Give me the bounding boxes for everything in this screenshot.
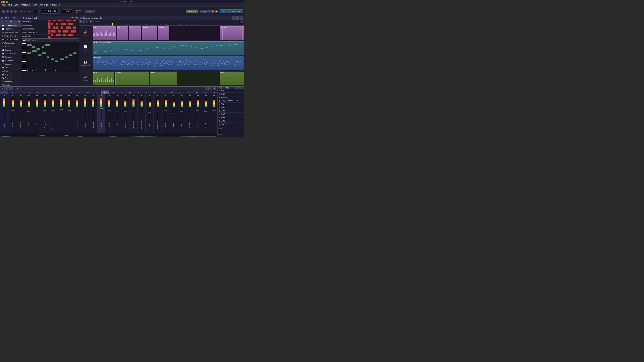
mixer-channel-Undersound[interactable]: Undersound <box>154 94 162 133</box>
tool-4[interactable]: 🎨 <box>211 10 214 13</box>
mixer-maximize-btn[interactable]: □ <box>209 87 212 90</box>
rewind-btn[interactable]: ⏮ <box>2 10 5 13</box>
brass-clip-2[interactable]: Brass #2 <box>116 71 149 85</box>
viola-clip-5[interactable]: Viola #3 <box>158 26 170 40</box>
mixer-num-5[interactable]: 5 <box>42 90 50 94</box>
step-cell[interactable] <box>66 30 68 32</box>
step-cell[interactable] <box>48 30 50 32</box>
mixer-num-0[interactable]: M <box>0 90 8 94</box>
mixer-channel-Totoro[interactable]: Totoro <box>162 94 170 133</box>
step-cell[interactable] <box>68 20 70 21</box>
mixer-num-6[interactable]: 6 <box>50 90 58 94</box>
sidebar-item-rendered[interactable]: 🎞 Rendered <box>0 83 22 86</box>
fx-led-8[interactable] <box>219 117 220 118</box>
step-cell[interactable] <box>71 20 73 21</box>
mixer-ch-led[interactable] <box>181 95 182 96</box>
step-cell[interactable] <box>63 23 66 25</box>
playlist-tracks-area[interactable]: 🎻 Viola Viola <box>79 26 244 86</box>
fx-slot-9[interactable]: Slot 9 <box>218 119 244 123</box>
fx-max-btn[interactable]: □ <box>238 87 240 89</box>
channel-led[interactable] <box>22 28 24 30</box>
channel-led[interactable] <box>22 21 24 22</box>
mixer-num-25[interactable]: 25 <box>210 90 217 94</box>
mixer-ch-led[interactable] <box>20 95 22 96</box>
step-cell[interactable] <box>58 23 60 25</box>
step-cell[interactable] <box>71 26 73 29</box>
step-cell[interactable] <box>48 26 50 29</box>
mixer-num-20[interactable]: 20 <box>168 90 176 94</box>
fader-knob[interactable] <box>68 110 70 111</box>
viola-clip-3[interactable]: Viola <box>129 26 141 40</box>
mixer-channel-Insert 25[interactable]: Insert 25 <box>202 94 210 133</box>
sidebar-item-plugin-presets[interactable]: 🎛 Plugin presets <box>0 34 22 38</box>
step-cell[interactable] <box>73 23 76 25</box>
record-btn[interactable]: ⏺ <box>14 10 17 13</box>
playlist-maximize-btn[interactable]: □ <box>236 16 240 19</box>
sidebar-item-projects-bones[interactable]: 🦴 Projects bones <box>0 76 22 80</box>
menu-tools[interactable]: TOOLS <box>49 4 58 6</box>
fader-knob[interactable] <box>212 110 216 111</box>
step-cell[interactable] <box>56 34 58 36</box>
step-cell[interactable] <box>58 26 60 29</box>
mic-btn[interactable]: 🎙 <box>88 10 92 13</box>
fx-led-10[interactable] <box>219 124 220 125</box>
piano-roll-content[interactable] <box>22 42 79 72</box>
sidebar-item-recorded[interactable]: 🎙 Recorded <box>0 80 22 83</box>
step-cell[interactable] <box>63 20 66 21</box>
mixer-num-3[interactable]: 3 <box>25 90 33 94</box>
step-cell[interactable] <box>63 34 66 36</box>
draw-tool[interactable]: ✏ <box>80 20 82 23</box>
fader-knob[interactable] <box>100 108 103 109</box>
menu-file[interactable]: FILE <box>1 4 6 6</box>
mixer-ch-led[interactable] <box>157 95 158 96</box>
fader-knob[interactable] <box>92 110 95 110</box>
underworld-content[interactable]: Underworld <box>92 56 244 71</box>
mixer-master-num[interactable]: C <box>4 87 13 90</box>
step-cell[interactable] <box>68 23 70 25</box>
step-cell[interactable] <box>58 20 60 21</box>
sidebar-item-mixer-presets[interactable]: 🎚 Mixer presets <box>0 41 22 45</box>
fader-knob[interactable] <box>204 111 208 112</box>
fader-knob[interactable] <box>156 111 159 111</box>
tool-3[interactable]: 🔗 <box>207 10 210 13</box>
step-cell[interactable] <box>68 34 70 36</box>
fader-knob[interactable] <box>164 110 167 111</box>
mixer-channel-Percussion[interactable]: Percussion <box>57 94 65 133</box>
fader-knob[interactable] <box>180 111 183 112</box>
tool-5[interactable]: 📋 <box>214 10 218 13</box>
fx-slot-8[interactable]: Slot 8 <box>218 116 244 119</box>
step-cell[interactable] <box>61 34 63 36</box>
help-btn[interactable]: ? <box>92 10 95 13</box>
step-cell[interactable] <box>66 23 68 25</box>
mixer-channel-Brass[interactable]: Brass <box>105 94 113 133</box>
channel-name[interactable]: MIDI out <box>26 35 47 37</box>
mixer-channel-Synth[interactable]: Synth <box>9 94 17 133</box>
viola-clip-2[interactable]: Viola <box>116 26 128 40</box>
step-cell[interactable] <box>51 20 53 21</box>
sidebar-item-clipboard[interactable]: 📋 Clipboard files <box>0 52 22 55</box>
mixer-num-7[interactable]: 7 <box>59 90 67 94</box>
mixer-ch-led[interactable] <box>4 95 5 96</box>
zoom-tool[interactable]: 🔍 <box>90 20 92 23</box>
fader-knob[interactable] <box>140 112 143 112</box>
browser-back-btn[interactable]: ◄ <box>0 20 3 23</box>
fx-min-btn[interactable]: _ <box>236 87 238 89</box>
mixer-ch-led[interactable] <box>60 95 62 96</box>
bpm-display[interactable]: 115.000 <box>62 9 72 13</box>
mixer-num-9[interactable]: 9 <box>76 90 84 94</box>
fx-slot-1[interactable]: Slot 1 <box>218 92 244 96</box>
mixer-num-19[interactable]: 19 <box>160 90 168 94</box>
channel-led[interactable] <box>22 32 24 33</box>
erase-tool[interactable]: ⌫ <box>86 20 88 23</box>
step-cell[interactable] <box>73 20 76 21</box>
play-btn[interactable]: ▶ <box>10 10 13 13</box>
mixer-close-btn[interactable]: × <box>213 87 216 90</box>
sidebar-item-envelopes[interactable]: 📈 Envelopes <box>0 59 22 62</box>
step-cell[interactable] <box>53 30 56 32</box>
mixer-channel-Synth Arp[interactable]: Synth Arp <box>17 94 25 133</box>
mixer-channels[interactable]: Master Synth Synth Arp <box>0 94 217 133</box>
mixer-channel-Under 2[interactable]: Under 2 <box>178 94 186 133</box>
step-cell[interactable] <box>58 34 60 36</box>
fx-slot-maximus[interactable]: Maximus <box>218 96 244 99</box>
viola-clip-1[interactable]: Viola <box>92 26 116 40</box>
